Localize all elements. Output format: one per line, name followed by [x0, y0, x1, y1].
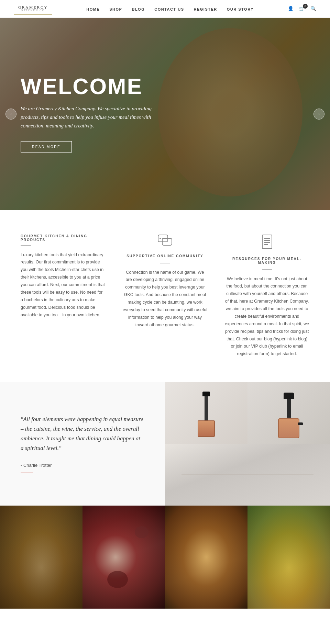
features-grid: GOURMET KITCHEN & DINING PRODUCTS Luxury… — [21, 234, 309, 358]
svg-point-3 — [162, 238, 164, 239]
hero-next-button[interactable]: › — [314, 109, 324, 120]
cart-icon[interactable]: 🛒 0 — [299, 6, 305, 12]
feature-1-divider — [21, 245, 31, 246]
hero-description: We are Gramercy Kitchen Company. We spec… — [21, 104, 165, 130]
feature-item-3: RESOURCES FOR YOUR MEAL-MAKING We believ… — [224, 234, 309, 358]
logo[interactable]: GRAMERCY KITCHEN CO — [14, 3, 52, 15]
search-icon[interactable]: 🔍 — [310, 6, 316, 12]
nav-our-story[interactable]: OUR STORY — [227, 7, 254, 11]
food-gallery — [0, 506, 330, 609]
feature-1-text: Luxury kitchen tools that yield extraord… — [21, 251, 106, 319]
community-icon — [123, 234, 208, 249]
cart-badge: 0 — [303, 4, 308, 9]
gallery-item-3 — [165, 506, 248, 609]
feature-item-1: GOURMET KITCHEN & DINING PRODUCTS Luxury… — [21, 234, 106, 319]
quote-text: "All four elements were happening in equ… — [21, 415, 144, 453]
nav-links: HOME SHOP BLOG CONTACT US REGISTER OUR S… — [86, 6, 254, 12]
product-image-2 — [248, 382, 330, 444]
svg-point-2 — [160, 238, 161, 239]
product-images — [165, 382, 330, 506]
chevron-right-icon: › — [318, 111, 320, 117]
svg-rect-5 — [262, 235, 272, 249]
main-nav: GRAMERCY KITCHEN CO HOME SHOP BLOG CONTA… — [0, 0, 330, 18]
feature-item-2: SUPPORTIVE ONLINE COMMUNITY Connection i… — [123, 234, 208, 329]
feature-3-title: RESOURCES FOR YOUR MEAL-MAKING — [224, 257, 309, 264]
product-image-3 — [165, 444, 330, 506]
hero-section: WELCOME We are Gramercy Kitchen Company.… — [0, 18, 330, 210]
hero-prev-button[interactable]: ‹ — [6, 109, 16, 120]
gallery-item-1 — [0, 506, 82, 609]
nav-home[interactable]: HOME — [86, 7, 100, 11]
nav-icon-group: 👤 🛒 0 🔍 — [288, 6, 316, 12]
feature-1-title: GOURMET KITCHEN & DINING PRODUCTS — [21, 234, 106, 242]
nav-blog[interactable]: BLOG — [132, 7, 145, 11]
quote-author: - Charlie Trotter — [21, 463, 144, 468]
svg-point-4 — [165, 238, 166, 239]
hero-cta-button[interactable]: READ MORE — [21, 141, 72, 152]
feature-2-title: SUPPORTIVE ONLINE COMMUNITY — [123, 254, 208, 258]
nav-contact[interactable]: CONTACT US — [154, 7, 184, 11]
feature-3-divider — [262, 269, 272, 270]
hero-content: WELCOME We are Gramercy Kitchen Company.… — [0, 76, 186, 152]
quote-divider — [21, 473, 33, 473]
logo-subtitle: KITCHEN CO — [18, 9, 48, 12]
gallery-item-2 — [82, 506, 165, 609]
nav-shop[interactable]: SHOP — [109, 7, 122, 11]
quote-left: "All four elements were happening in equ… — [0, 382, 165, 506]
user-icon[interactable]: 👤 — [288, 6, 294, 12]
resources-icon — [224, 234, 309, 252]
feature-2-text: Connection is the name of our game. We a… — [123, 269, 208, 329]
quote-section: "All four elements were happening in equ… — [0, 382, 330, 506]
product-image-1 — [165, 382, 248, 444]
hero-title: WELCOME — [21, 76, 165, 98]
gallery-item-4 — [248, 506, 330, 609]
features-section: GOURMET KITCHEN & DINING PRODUCTS Luxury… — [0, 210, 330, 382]
chevron-left-icon: ‹ — [10, 111, 12, 117]
nav-register[interactable]: REGISTER — [194, 7, 217, 11]
feature-3-text: We believe in meal time. It's not just a… — [224, 275, 309, 358]
feature-2-divider — [160, 263, 170, 263]
